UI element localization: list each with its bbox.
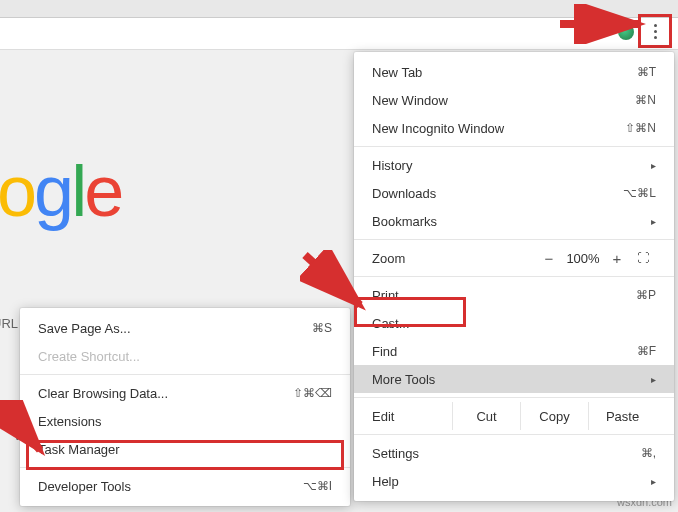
google-logo: oogle [0,150,121,232]
menu-new-incognito[interactable]: New Incognito Window⇧⌘N [354,114,674,142]
zoom-out-button[interactable]: − [536,250,562,267]
menu-find[interactable]: Find⌘F [354,337,674,365]
chevron-right-icon: ▸ [651,374,656,385]
menu-cast[interactable]: Cast... [354,309,674,337]
submenu-extensions[interactable]: Extensions [20,407,350,435]
url-label: URL [0,316,18,331]
menu-new-window[interactable]: New Window⌘N [354,86,674,114]
menu-downloads[interactable]: Downloads⌥⌘L [354,179,674,207]
menu-edit: Edit Cut Copy Paste [354,402,674,430]
zoom-value: 100% [562,251,604,266]
submenu-developer-tools[interactable]: Developer Tools⌥⌘I [20,472,350,500]
edit-cut-button[interactable]: Cut [452,402,520,430]
menu-history[interactable]: History▸ [354,151,674,179]
menu-separator [354,397,674,398]
menu-help[interactable]: Help▸ [354,467,674,495]
menu-new-tab[interactable]: New Tab⌘T [354,58,674,86]
more-tools-submenu: Save Page As...⌘S Create Shortcut... Cle… [20,308,350,506]
chrome-main-menu: New Tab⌘T New Window⌘N New Incognito Win… [354,52,674,501]
fullscreen-icon[interactable]: ⛶ [630,251,656,265]
menu-separator [20,467,350,468]
edit-paste-button[interactable]: Paste [588,402,656,430]
kebab-menu-button[interactable] [644,20,666,42]
chevron-right-icon: ▸ [651,476,656,487]
menu-separator [354,239,674,240]
menu-separator [354,276,674,277]
zoom-in-button[interactable]: + [604,250,630,267]
chevron-right-icon: ▸ [651,160,656,171]
submenu-task-manager[interactable]: Task Manager [20,435,350,463]
tab-strip [0,0,678,18]
menu-zoom: Zoom − 100% + ⛶ [354,244,674,272]
chevron-right-icon: ▸ [651,216,656,227]
menu-separator [354,146,674,147]
menu-settings[interactable]: Settings⌘, [354,439,674,467]
submenu-create-shortcut: Create Shortcut... [20,342,350,370]
menu-more-tools[interactable]: More Tools▸ [354,365,674,393]
menu-separator [354,434,674,435]
submenu-save-page[interactable]: Save Page As...⌘S [20,314,350,342]
menu-bookmarks[interactable]: Bookmarks▸ [354,207,674,235]
submenu-clear-browsing[interactable]: Clear Browsing Data...⇧⌘⌫ [20,379,350,407]
edit-copy-button[interactable]: Copy [520,402,588,430]
profile-avatar[interactable] [618,24,634,40]
svg-line-1 [305,255,360,305]
menu-separator [20,374,350,375]
toolbar [0,18,678,50]
menu-print[interactable]: Print...⌘P [354,281,674,309]
